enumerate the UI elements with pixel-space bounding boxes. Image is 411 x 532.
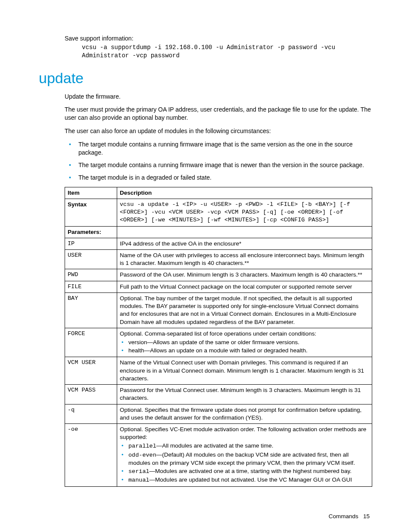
oe-intro: Optional. Specifies VC-Enet module activ…	[120, 426, 366, 440]
param-desc: Optional. Comma-separated list of force …	[117, 328, 372, 357]
row-syntax: Syntax vcsu -a update -i <IP> -u <USER> …	[65, 199, 372, 226]
code-line-1: vcsu -a supportdump -i 192.168.0.100 -u …	[82, 44, 335, 51]
row-vcm-user: VCM USER Name of the Virtual Connect use…	[65, 357, 372, 385]
page-footer: Commands 15	[39, 513, 372, 520]
parameters-table: Item Description Syntax vcsu -a update -…	[65, 187, 372, 487]
save-support-info-label: Save support information:	[65, 34, 372, 43]
parameters-label: Parameters:	[65, 226, 117, 238]
force-option: health—Allows an update on a module with…	[120, 347, 369, 355]
param-key: USER	[65, 250, 117, 269]
param-desc: Password for the Virtual Connect user. M…	[117, 385, 372, 404]
param-desc: Optional. The bay number of the target m…	[117, 292, 372, 328]
row-q: -q Optional. Specifies that the firmware…	[65, 404, 372, 423]
header-item: Item	[65, 187, 117, 199]
force-intro: Optional. Comma-separated list of force …	[120, 330, 316, 337]
row-user: USER Name of the OA user with privileges…	[65, 250, 372, 269]
row-force: FORCE Optional. Comma-separated list of …	[65, 328, 372, 357]
force-options: version—Allows an update of the same or …	[120, 339, 369, 355]
footer-section: Commands	[329, 513, 358, 520]
param-desc: IPv4 address of the active OA in the enc…	[117, 238, 372, 249]
param-key: FORCE	[65, 328, 117, 357]
oe-option-manual: manual—Modules are updated but not activ…	[120, 476, 369, 484]
syntax-label: Syntax	[65, 199, 117, 226]
circumstances-list: The target module contains a running fir…	[65, 140, 372, 182]
row-oe: -oe Optional. Specifies VC-Enet module a…	[65, 423, 372, 487]
oe-option-parallel: parallel—All modules are activated at th…	[120, 442, 369, 450]
param-key: VCM PASS	[65, 385, 117, 404]
param-key: VCM USER	[65, 357, 117, 385]
oe-options: parallel—All modules are activated at th…	[120, 442, 369, 484]
param-desc: Full path to the Virtual Connect package…	[117, 281, 372, 292]
table-header-row: Item Description	[65, 187, 372, 199]
oe-option-odd-even: odd-even—(Default) All modules on the ba…	[120, 451, 369, 467]
param-desc: Optional. Specifies that the firmware up…	[117, 404, 372, 423]
footer-page-number: 15	[363, 513, 370, 520]
syntax-value: vcsu -a update -i <IP> -u <USER> -p <PWD…	[117, 199, 372, 226]
oe-option-serial: serial—Modules are activated one at a ti…	[120, 467, 369, 476]
param-desc: Name of the OA user with privileges to a…	[117, 250, 372, 269]
row-parameters-header: Parameters:	[65, 226, 372, 238]
paragraph-update-firmware: Update the firmware.	[65, 93, 372, 101]
force-option: version—Allows an update of the same or …	[120, 339, 369, 346]
param-key: -oe	[65, 423, 117, 487]
header-description: Description	[117, 187, 372, 199]
row-vcm-pass: VCM PASS Password for the Virtual Connec…	[65, 385, 372, 404]
row-ip: IP IPv4 address of the active OA in the …	[65, 238, 372, 249]
param-key: PWD	[65, 269, 117, 281]
paragraph-user-must-provide: The user must provide the primary OA IP …	[65, 106, 372, 122]
circumstance-item: The target module contains a running fir…	[65, 161, 372, 169]
circumstance-item: The target module contains a running fir…	[65, 140, 372, 157]
param-desc: Optional. Specifies VC-Enet module activ…	[117, 423, 372, 487]
circumstance-item: The target module is in a degraded or fa…	[65, 174, 372, 182]
section-heading-update: update	[39, 68, 372, 88]
row-bay: BAY Optional. The bay number of the targ…	[65, 292, 372, 328]
param-key: FILE	[65, 281, 117, 292]
param-desc: Password of the OA user. Minimum length …	[117, 269, 372, 281]
code-line-2: Administrator -vcp password	[82, 52, 180, 59]
param-key: -q	[65, 404, 117, 423]
row-pwd: PWD Password of the OA user. Minimum len…	[65, 269, 372, 281]
paragraph-force-update: The user can also force an update of mod…	[65, 127, 372, 135]
param-desc: Name of the Virtual Connect user with Do…	[117, 357, 372, 385]
parameters-empty	[117, 226, 372, 238]
param-key: IP	[65, 238, 117, 249]
support-code-block: vcsu -a supportdump -i 192.168.0.100 -u …	[82, 44, 372, 60]
row-file: FILE Full path to the Virtual Connect pa…	[65, 281, 372, 292]
param-key: BAY	[65, 292, 117, 328]
